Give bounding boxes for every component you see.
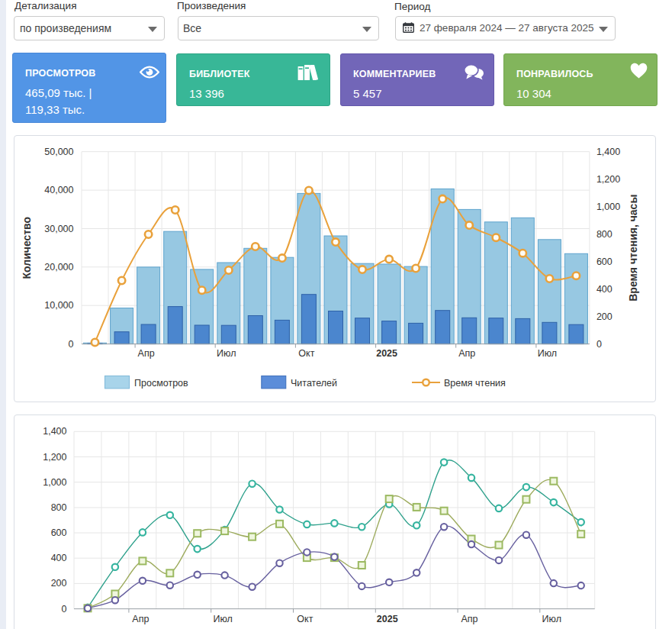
svg-text:2025: 2025 <box>377 614 398 624</box>
svg-text:1,200: 1,200 <box>596 174 620 185</box>
svg-text:Июл: Июл <box>542 614 561 624</box>
svg-text:Июл: Июл <box>213 614 232 624</box>
svg-text:200: 200 <box>51 578 67 589</box>
svg-text:1,400: 1,400 <box>43 426 66 437</box>
svg-text:0: 0 <box>69 339 74 350</box>
svg-text:40,000: 40,000 <box>44 185 73 195</box>
svg-text:400: 400 <box>51 553 67 563</box>
svg-text:Апр: Апр <box>461 614 477 624</box>
svg-text:1,200: 1,200 <box>43 452 66 463</box>
svg-text:Читателей: Читателей <box>291 378 337 389</box>
svg-text:Просмотров: Просмотров <box>134 378 188 389</box>
svg-text:0: 0 <box>62 604 67 614</box>
svg-text:400: 400 <box>596 284 613 295</box>
svg-text:Время чтения, часы: Время чтения, часы <box>627 195 639 302</box>
svg-text:1,400: 1,400 <box>596 147 620 157</box>
svg-text:200: 200 <box>596 311 613 322</box>
svg-text:1,000: 1,000 <box>43 477 66 488</box>
svg-text:Апр: Апр <box>458 348 475 359</box>
svg-text:Апр: Апр <box>138 348 155 359</box>
svg-text:800: 800 <box>51 502 67 513</box>
svg-text:50,000: 50,000 <box>44 147 73 157</box>
svg-text:Количество: Количество <box>21 217 34 279</box>
svg-text:2025: 2025 <box>376 348 397 359</box>
svg-text:Время чтения: Время чтения <box>444 378 506 389</box>
svg-text:Июл: Июл <box>538 348 557 359</box>
svg-text:10,000: 10,000 <box>44 300 73 311</box>
svg-text:Апр: Апр <box>132 614 149 624</box>
svg-text:1,000: 1,000 <box>596 202 620 212</box>
svg-text:20,000: 20,000 <box>44 262 73 273</box>
svg-text:Окт: Окт <box>298 348 314 359</box>
svg-text:Окт: Окт <box>297 614 313 624</box>
svg-text:Июл: Июл <box>217 348 236 359</box>
svg-text:600: 600 <box>51 527 67 538</box>
svg-text:600: 600 <box>596 256 613 267</box>
svg-text:30,000: 30,000 <box>44 224 73 234</box>
svg-text:800: 800 <box>596 229 613 240</box>
svg-text:0: 0 <box>596 339 602 350</box>
